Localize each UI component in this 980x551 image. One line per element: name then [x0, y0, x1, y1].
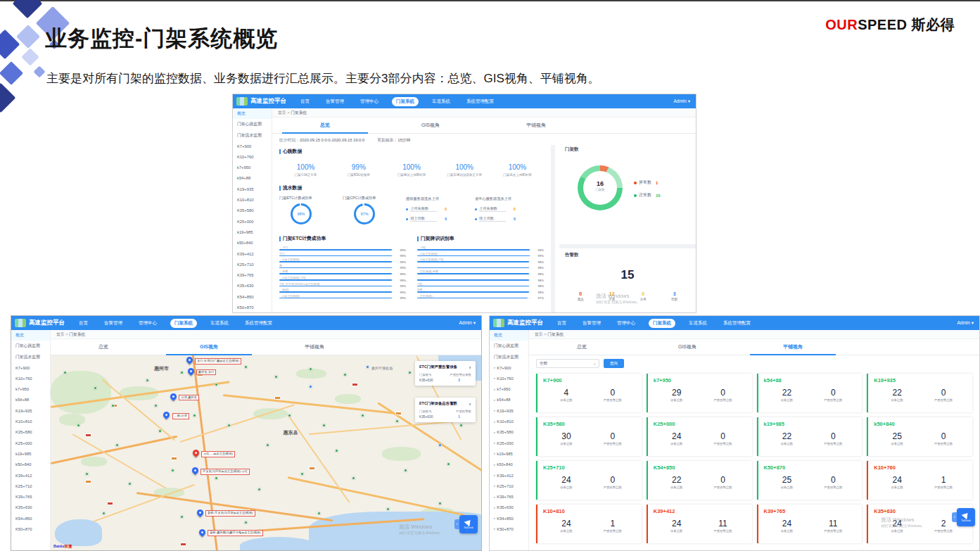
sidebar-item[interactable]: ▸K7+900 — [490, 362, 528, 373]
gantry-card[interactable]: K10+81024设备总数1严重告警总数 — [536, 505, 642, 543]
nav-item-1[interactable]: 首页 — [554, 319, 569, 327]
sidebar-item[interactable]: 门架心跳监测 — [233, 119, 272, 129]
sidebar-item[interactable]: 概览 — [11, 330, 50, 341]
nav-item-4[interactable]: 门架系统 — [170, 319, 197, 328]
sidebar-item[interactable]: K39+412 — [233, 248, 272, 259]
user-menu[interactable]: Admin ▾ — [957, 320, 974, 326]
sidebar-item[interactable]: k19+985 — [233, 227, 272, 237]
map-gantry-pin[interactable] — [162, 410, 171, 419]
sidebar-item[interactable]: K10+760 — [233, 151, 272, 162]
sidebar-item[interactable]: 门架流水监测 — [490, 352, 528, 362]
tab-2[interactable]: GIS视角 — [378, 118, 483, 133]
map-gantry-pin[interactable] — [198, 528, 207, 537]
nav-item-2[interactable]: 告警管理 — [323, 98, 347, 106]
sidebar-item[interactable]: K25+710 — [233, 259, 272, 270]
gantry-filter-select[interactable]: 全部∨ — [536, 359, 599, 368]
gantry-card[interactable]: K25+00024设备总数0严重告警总数 — [647, 417, 752, 456]
sidebar-item[interactable]: k50+840 — [11, 460, 50, 470]
gantry-card[interactable]: K35+58030设备总数0严重告警总数 — [536, 417, 642, 456]
sidebar-item[interactable]: ▸K50+870 — [490, 524, 528, 534]
sidebar-item[interactable]: ▸K25+000 — [490, 438, 528, 448]
sidebar-item[interactable]: 门架流水监测 — [233, 130, 272, 141]
breadcrumb-home[interactable]: 首页 — [56, 332, 65, 336]
sidebar-item[interactable]: K50+870 — [11, 524, 50, 534]
nav-item-5[interactable]: 车道系统 — [208, 319, 231, 327]
todesk-collapse-tab[interactable]: ‹ — [952, 512, 957, 522]
sidebar-item[interactable]: k54+88 — [11, 395, 50, 405]
user-menu[interactable]: Admin ▾ — [459, 320, 476, 326]
gantry-card[interactable]: k50+84025设备总数0严重告警总数 — [867, 417, 972, 456]
nav-item-5[interactable]: 车道系统 — [686, 319, 710, 327]
sidebar-item[interactable]: k7+950 — [233, 162, 272, 172]
sidebar-item[interactable]: K25+000 — [233, 216, 272, 227]
tab-3[interactable]: 平铺视角 — [262, 339, 367, 355]
sidebar-item[interactable]: K39+765 — [233, 270, 272, 280]
gis-map[interactable]: 惠州市惠东县惠州平潭机场水口-长湖(与广惠高速立交(枢纽)惠州东-水口沙湖-惠州… — [51, 355, 481, 550]
sidebar-item[interactable]: K19+935 — [11, 405, 50, 416]
sidebar-item[interactable]: k54+88 — [233, 173, 272, 184]
gantry-card[interactable]: k19+98522设备总数0严重告警总数 — [757, 417, 863, 456]
sidebar-item[interactable]: ▸k7+950 — [490, 384, 528, 394]
tab-3[interactable]: 平铺视角 — [740, 339, 846, 355]
todesk-collapse-tab[interactable]: ‹ — [454, 519, 459, 529]
query-button[interactable]: 查询 — [604, 359, 624, 368]
sidebar-item[interactable]: ▸K39+765 — [490, 491, 528, 502]
sidebar-item[interactable]: ▸K35+580 — [490, 427, 528, 438]
sidebar-item[interactable]: ▸K19+935 — [490, 405, 528, 416]
gantry-card[interactable]: K50+87025设备总数0严重告警总数 — [757, 461, 863, 500]
user-menu[interactable]: Admin ▾ — [674, 99, 691, 104]
sidebar-item[interactable]: k19+985 — [11, 448, 50, 459]
sidebar-item[interactable]: 门架心跳监测 — [490, 341, 528, 351]
sidebar-item[interactable]: 门架心跳监测 — [11, 341, 50, 351]
nav-item-2[interactable]: 告警管理 — [101, 319, 125, 327]
nav-item-4[interactable]: 门架系统 — [649, 319, 675, 328]
nav-item-6[interactable]: 系统管理配置 — [720, 319, 753, 327]
map-gantry-pin[interactable] — [196, 508, 205, 517]
sidebar-item[interactable]: K54+850 — [11, 513, 50, 524]
gantry-card[interactable]: K7+9004设备总数0严重告警总数 — [536, 374, 642, 412]
sidebar-item[interactable]: K7+900 — [233, 141, 272, 151]
nav-item-6[interactable]: 系统管理配置 — [464, 98, 497, 106]
sidebar-item[interactable]: k7+950 — [11, 384, 50, 394]
sidebar-item[interactable]: K35+580 — [11, 427, 50, 438]
tab-2[interactable]: GIS视角 — [156, 339, 262, 355]
chevron-down-icon[interactable]: ∨ — [469, 402, 471, 406]
sidebar-item[interactable]: K35+630 — [11, 502, 50, 513]
sidebar-item[interactable]: 概览 — [490, 330, 528, 341]
nav-item-3[interactable]: 管理中心 — [357, 98, 381, 106]
sidebar-item[interactable]: K35+580 — [233, 205, 272, 216]
sidebar-item[interactable]: K35+630 — [233, 281, 272, 291]
nav-item-3[interactable]: 管理中心 — [136, 319, 160, 327]
nav-item-6[interactable]: 系统管理配置 — [242, 319, 275, 327]
sidebar-item[interactable]: K39+765 — [11, 491, 50, 502]
breadcrumb-home[interactable]: 首页 — [535, 332, 543, 336]
sidebar-item[interactable]: K10+760 — [11, 373, 50, 384]
nav-item-4[interactable]: 门架系统 — [392, 97, 419, 106]
sidebar-item[interactable]: ▸k50+840 — [490, 460, 528, 470]
gantry-card[interactable]: K39+76524设备总数11严重告警总数 — [757, 505, 863, 543]
sidebar-item[interactable]: 概览 — [233, 108, 272, 119]
sidebar-item[interactable]: K50+870 — [233, 302, 272, 312]
nav-item-5[interactable]: 车道系统 — [429, 98, 453, 106]
nav-item-1[interactable]: 首页 — [76, 319, 91, 327]
sidebar-item[interactable]: ▸K39+412 — [490, 470, 528, 481]
sidebar-item[interactable]: K54+850 — [233, 291, 272, 302]
sidebar-item[interactable]: K10+810 — [233, 194, 272, 205]
tab-3[interactable]: 平铺视角 — [483, 118, 589, 133]
gantry-card[interactable]: K10+76024设备总数1严重告警总数 — [867, 461, 972, 500]
sidebar-item[interactable]: ▸K25+710 — [490, 481, 528, 491]
sidebar-item[interactable]: K19+935 — [233, 184, 272, 194]
gantry-card[interactable]: K25+71024设备总数0严重告警总数 — [536, 461, 642, 500]
todesk-button[interactable]: ToDesk — [459, 515, 478, 533]
map-gantry-pin[interactable] — [169, 392, 178, 401]
nav-item-1[interactable]: 首页 — [298, 98, 312, 106]
gantry-card[interactable]: K39+41224设备总数11严重告警总数 — [647, 505, 752, 543]
gantry-card[interactable]: K54+85022设备总数0严重告警总数 — [647, 461, 752, 500]
gantry-card[interactable]: k54+8822设备总数0严重告警总数 — [757, 374, 863, 412]
map-alarm-pin[interactable] — [191, 448, 201, 457]
sidebar-item[interactable]: ▸K35+630 — [490, 502, 528, 513]
sidebar-item[interactable]: K25+710 — [11, 481, 50, 491]
tab-1[interactable]: 总览 — [51, 339, 156, 355]
sidebar-item[interactable]: ▸k19+985 — [490, 448, 528, 459]
tab-1[interactable]: 总览 — [529, 339, 635, 355]
